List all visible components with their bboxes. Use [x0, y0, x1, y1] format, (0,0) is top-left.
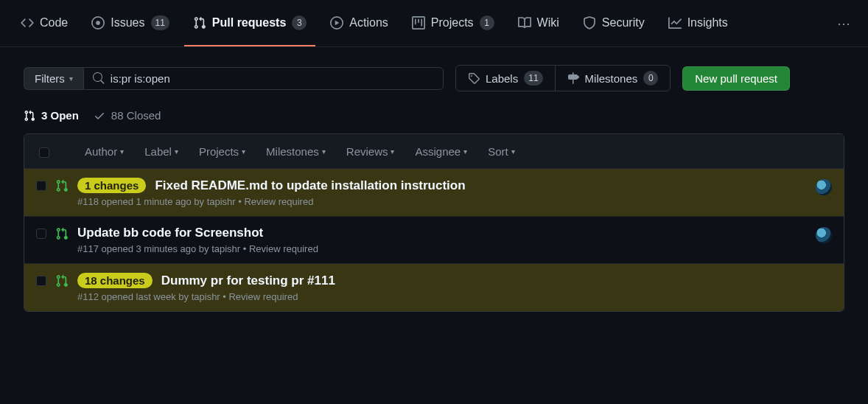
row-main: Update bb code for Screenshot #117 opene…	[77, 226, 807, 254]
tab-label: Code	[40, 16, 68, 29]
select-all-checkbox[interactable]	[39, 147, 49, 158]
pr-row[interactable]: 1 changes Fixed README.md to update inst…	[24, 169, 844, 217]
tab-label: Pull requests	[212, 16, 286, 29]
open-count-label: 3 Open	[41, 109, 79, 122]
list-header: Author▾ Label▾ Projects▾ Milestones▾ Rev…	[24, 134, 844, 169]
header-author[interactable]: Author▾	[85, 145, 124, 158]
changes-badge: 18 changes	[77, 273, 153, 288]
changes-badge: 1 changes	[77, 178, 146, 193]
pull-request-icon	[24, 110, 35, 122]
tab-security[interactable]: Security	[574, 0, 654, 46]
new-pr-label: New pull request	[695, 72, 777, 85]
pull-request-icon	[193, 16, 206, 29]
header-projects[interactable]: Projects▾	[199, 145, 245, 158]
header-assignee[interactable]: Assignee▾	[415, 145, 467, 158]
tab-insights[interactable]: Insights	[659, 0, 737, 46]
filter-bar: Filters ▾ Labels 11 Milestones 0 New pul…	[0, 47, 868, 91]
tab-label: Issues	[111, 16, 144, 29]
caret-down-icon: ▾	[120, 147, 124, 156]
caret-down-icon: ▾	[242, 147, 245, 156]
check-icon	[94, 110, 105, 122]
svg-point-0	[96, 21, 100, 25]
pr-list: Author▾ Label▾ Projects▾ Milestones▾ Rev…	[24, 133, 844, 312]
pr-title[interactable]: Dummy pr for testing pr #111	[161, 274, 335, 288]
pr-row[interactable]: 18 changes Dummy pr for testing pr #111 …	[24, 264, 844, 311]
search-input-container[interactable]	[83, 67, 444, 90]
search-group: Filters ▾	[24, 67, 444, 90]
tag-icon	[468, 72, 480, 84]
pull-request-open-icon	[55, 179, 69, 192]
header-reviews[interactable]: Reviews▾	[346, 145, 395, 158]
pull-request-open-icon	[55, 274, 69, 288]
tab-label: Wiki	[537, 16, 559, 29]
milestones-count: 0	[643, 71, 658, 86]
caret-down-icon: ▾	[391, 147, 394, 156]
book-icon	[518, 16, 531, 29]
project-icon	[412, 16, 425, 29]
pr-title[interactable]: Fixed README.md to update installation i…	[155, 178, 465, 193]
tab-counter: 11	[151, 15, 169, 30]
labels-count: 11	[524, 71, 542, 86]
labels-milestones-group: Labels 11 Milestones 0	[455, 65, 671, 91]
filters-dropdown[interactable]: Filters ▾	[24, 67, 83, 90]
row-main: 1 changes Fixed README.md to update inst…	[77, 178, 807, 207]
filters-label: Filters	[35, 72, 65, 85]
header-sort[interactable]: Sort▾	[488, 145, 515, 158]
closed-count-label: 88 Closed	[111, 109, 161, 122]
assignee-avatar[interactable]	[816, 227, 832, 243]
open-toggle[interactable]: 3 Open	[24, 109, 79, 122]
tab-label: Security	[602, 16, 645, 29]
state-toggle: 3 Open 88 Closed	[0, 91, 868, 133]
caret-down-icon: ▾	[463, 147, 467, 156]
header-milestones[interactable]: Milestones▾	[266, 145, 326, 158]
closed-toggle[interactable]: 88 Closed	[94, 109, 161, 122]
row-checkbox[interactable]	[36, 229, 46, 239]
tab-counter: 3	[292, 15, 307, 30]
labels-label: Labels	[486, 72, 518, 85]
row-checkbox[interactable]	[36, 276, 46, 286]
search-input[interactable]	[111, 72, 434, 85]
pr-meta: #118 opened 1 minute ago by tapishr • Re…	[77, 196, 807, 207]
more-menu-icon[interactable]: ⋯	[831, 15, 856, 32]
caret-down-icon: ▾	[511, 147, 515, 156]
code-icon	[21, 16, 34, 29]
tab-label: Actions	[349, 16, 388, 29]
milestone-icon	[567, 72, 579, 84]
pr-row[interactable]: Update bb code for Screenshot #117 opene…	[24, 217, 844, 264]
tab-issues[interactable]: Issues 11	[83, 0, 178, 46]
tab-wiki[interactable]: Wiki	[509, 0, 568, 46]
row-checkbox[interactable]	[36, 181, 46, 191]
assignee-avatar[interactable]	[816, 179, 832, 195]
search-icon	[93, 72, 105, 84]
caret-down-icon: ▾	[69, 74, 73, 83]
repo-nav: Code Issues 11 Pull requests 3 Actions P…	[0, 0, 868, 47]
pull-request-open-icon	[55, 227, 69, 240]
new-pull-request-button[interactable]: New pull request	[682, 66, 790, 91]
pr-title[interactable]: Update bb code for Screenshot	[77, 226, 263, 240]
tab-pull-requests[interactable]: Pull requests 3	[184, 0, 315, 46]
pr-meta: #112 opened last week by tapishr • Revie…	[77, 291, 832, 302]
milestones-button[interactable]: Milestones 0	[556, 66, 671, 91]
labels-button[interactable]: Labels 11	[456, 66, 556, 91]
tab-label: Projects	[431, 16, 474, 29]
pr-meta: #117 opened 3 minutes ago by tapishr • R…	[77, 243, 807, 254]
row-main: 18 changes Dummy pr for testing pr #111 …	[77, 273, 832, 302]
tab-label: Insights	[687, 16, 728, 29]
caret-down-icon: ▾	[322, 147, 326, 156]
shield-icon	[583, 16, 596, 29]
play-icon	[330, 16, 343, 29]
header-label[interactable]: Label▾	[144, 145, 178, 158]
issue-icon	[91, 16, 105, 29]
tab-counter: 1	[480, 15, 494, 30]
tab-actions[interactable]: Actions	[321, 0, 396, 46]
tab-projects[interactable]: Projects 1	[403, 0, 503, 46]
milestones-label: Milestones	[585, 72, 638, 85]
graph-icon	[668, 16, 682, 29]
caret-down-icon: ▾	[175, 147, 178, 156]
tab-code[interactable]: Code	[12, 0, 77, 46]
